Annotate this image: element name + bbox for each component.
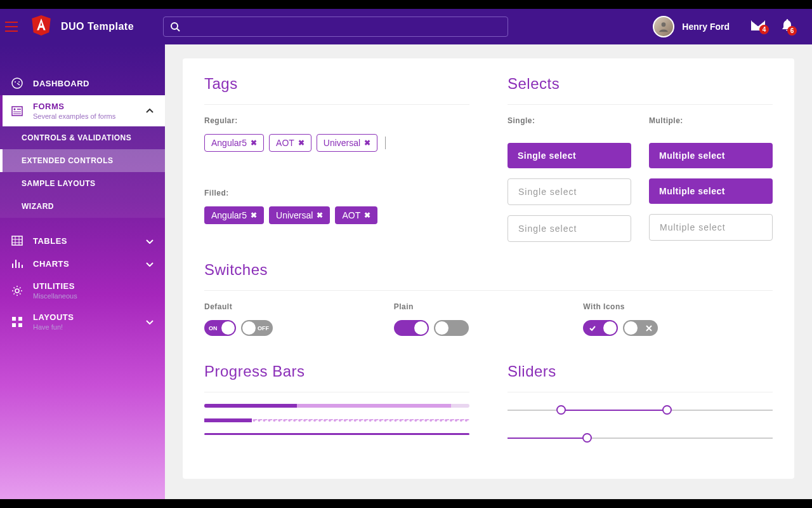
search-input[interactable] — [185, 22, 501, 32]
angular-logo-icon — [32, 15, 51, 38]
tags-section-title: Tags — [204, 75, 469, 93]
search-input-container[interactable] — [163, 17, 508, 37]
toggle-default-on[interactable]: ON — [204, 320, 236, 336]
sidebar-subitem-layouts[interactable]: SAMPLE LAYOUTS — [0, 172, 165, 195]
tag-remove-icon[interactable]: ✖ — [317, 211, 323, 220]
chevron-down-icon — [146, 259, 154, 269]
progress-bar-dotted — [204, 419, 469, 422]
svg-rect-7 — [12, 107, 22, 116]
sidebar-subitem-wizard[interactable]: WIZARD — [0, 195, 165, 218]
tag-filled[interactable]: AOT✖ — [335, 206, 377, 224]
toggle-plain-on[interactable] — [394, 320, 429, 336]
svg-rect-25 — [18, 323, 22, 327]
sidebar-item-charts[interactable]: CHARTS — [0, 252, 165, 275]
toggle-plain-off[interactable] — [434, 320, 469, 336]
sidebar-item-label: TABLES — [33, 236, 146, 246]
range-slider[interactable] — [508, 404, 773, 417]
selects-single-label: Single: — [508, 116, 631, 125]
sidebar-item-forms[interactable]: FORMS Several examples of forms — [0, 95, 165, 126]
tag-filled[interactable]: Universal✖ — [269, 206, 330, 224]
sidebar-subitem-extended[interactable]: EXTENDED CONTROLS — [0, 149, 165, 172]
tags-regular-label: Regular: — [204, 116, 469, 125]
svg-point-2 — [662, 22, 666, 27]
form-icon — [11, 105, 25, 117]
svg-point-4 — [15, 81, 16, 83]
svg-point-21 — [15, 289, 19, 293]
switches-section-title: Switches — [204, 261, 773, 279]
sidebar-subitem-controls[interactable]: CONTROLS & VALIDATIONS — [0, 126, 165, 149]
check-icon — [586, 321, 599, 335]
svg-line-6 — [17, 83, 20, 85]
sidebar-item-layouts[interactable]: LAYOUTS Have fun! — [0, 306, 165, 337]
multiple-select-filled[interactable]: Multiple select — [649, 178, 773, 204]
single-slider[interactable] — [508, 432, 773, 444]
toggle-default-off[interactable]: OFF — [241, 320, 273, 336]
chart-icon — [11, 258, 25, 269]
table-icon — [11, 236, 25, 246]
progress-fill — [204, 404, 297, 408]
tag-remove-icon[interactable]: ✖ — [364, 138, 370, 147]
svg-rect-12 — [12, 236, 22, 245]
tag-remove-icon[interactable]: ✖ — [298, 138, 304, 147]
progress-fill — [204, 418, 252, 422]
multiple-select-outline[interactable]: Multiple select — [649, 214, 773, 241]
tags-filled-label: Filled: — [204, 189, 469, 197]
selects-section-title: Selects — [508, 75, 773, 93]
toggle-icons-off[interactable] — [623, 320, 658, 336]
sidebar: DASHBOARD FORMS Several examples of form… — [0, 44, 165, 499]
tag-regular[interactable]: Universal✖ — [317, 134, 377, 152]
bell-icon[interactable]: 6 — [782, 19, 793, 34]
tag-remove-icon[interactable]: ✖ — [364, 211, 370, 220]
hamburger-menu-icon[interactable] — [5, 22, 18, 32]
bell-badge: 6 — [787, 26, 797, 36]
sidebar-item-subtitle: Several examples of forms — [33, 112, 146, 120]
sidebar-item-label: UTILITIES — [33, 281, 154, 291]
gear-icon — [11, 285, 25, 297]
selects-multiple-label: Multiple: — [649, 116, 773, 125]
search-icon — [170, 22, 180, 32]
tag-regular[interactable]: AOT✖ — [269, 134, 311, 152]
tag-regular[interactable]: Angular5✖ — [204, 134, 264, 152]
single-select-filled[interactable]: Single select — [508, 143, 631, 168]
sidebar-item-label: FORMS — [33, 102, 146, 111]
sidebar-item-subtitle: Have fun! — [33, 323, 146, 331]
slider-handle-low[interactable] — [556, 405, 566, 415]
user-name[interactable]: Henry Ford — [682, 22, 730, 32]
progress-section-title: Progress Bars — [204, 363, 469, 380]
multiple-select-filled[interactable]: Multiple select — [649, 143, 773, 168]
sidebar-forms-submenu: CONTROLS & VALIDATIONS EXTENDED CONTROLS… — [0, 126, 165, 218]
tag-remove-icon[interactable]: ✖ — [251, 138, 257, 147]
single-select-outline[interactable]: Single select — [508, 215, 631, 242]
switch-icons-label: With Icons — [583, 302, 773, 311]
sidebar-item-tables[interactable]: TABLES — [0, 229, 165, 252]
tags-filled-row: Angular5✖ Universal✖ AOT✖ — [204, 206, 469, 224]
sidebar-item-utilities[interactable]: UTILITIES Miscellaneous — [0, 275, 165, 306]
svg-rect-23 — [18, 317, 22, 321]
header-bar: DUO Template Henry Ford 4 6 — [0, 9, 812, 44]
sidebar-item-subtitle: Miscellaneous — [33, 292, 154, 300]
mail-icon[interactable]: 4 — [751, 20, 765, 33]
gauge-icon — [11, 77, 25, 89]
svg-rect-24 — [12, 323, 16, 327]
svg-point-8 — [14, 108, 16, 110]
main-content: Tags Regular: Angular5✖ AOT✖ Universal✖ … — [165, 44, 812, 499]
text-cursor[interactable] — [385, 137, 386, 149]
sidebar-item-label: LAYOUTS — [33, 312, 146, 322]
progress-fill — [204, 433, 469, 435]
window-border-bottom — [0, 499, 812, 508]
slider-handle-high[interactable] — [662, 405, 672, 415]
tags-regular-row: Angular5✖ AOT✖ Universal✖ — [204, 134, 469, 152]
tag-filled[interactable]: Angular5✖ — [204, 206, 264, 224]
mail-badge: 4 — [759, 25, 769, 34]
svg-rect-22 — [12, 317, 16, 321]
chevron-down-icon — [146, 317, 154, 326]
sliders-section-title: Sliders — [508, 363, 773, 380]
toggle-icons-on[interactable] — [583, 320, 618, 336]
sidebar-item-dashboard[interactable]: DASHBOARD — [0, 71, 165, 95]
svg-point-0 — [171, 23, 178, 29]
tag-remove-icon[interactable]: ✖ — [251, 211, 257, 220]
sidebar-item-label: DASHBOARD — [33, 79, 154, 88]
user-avatar[interactable] — [653, 16, 674, 37]
slider-handle[interactable] — [582, 433, 592, 443]
single-select-outline[interactable]: Single select — [508, 178, 631, 205]
